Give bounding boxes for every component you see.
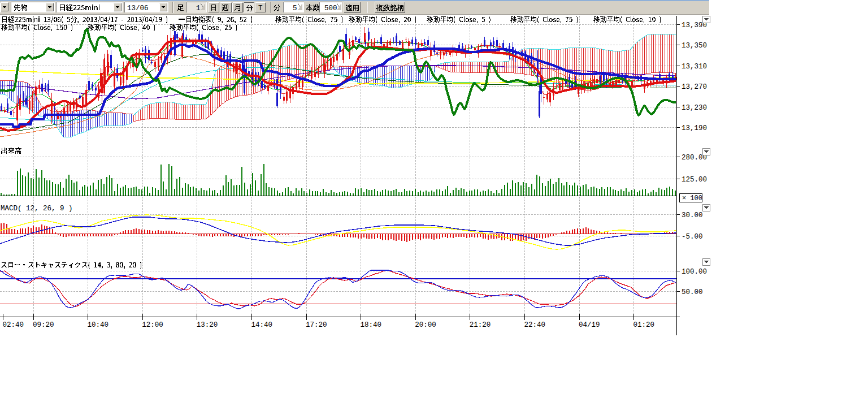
svg-text:13,310: 13,310 xyxy=(682,63,707,71)
svg-text:500: 500 xyxy=(324,5,337,12)
svg-text:13:20: 13:20 xyxy=(197,321,218,329)
svg-text:30.00: 30.00 xyxy=(682,211,703,219)
svg-text:21:20: 21:20 xyxy=(470,321,491,329)
svg-text:5: 5 xyxy=(293,5,297,12)
svg-text:100.00: 100.00 xyxy=(682,268,707,276)
svg-text:× 100: × 100 xyxy=(682,194,702,202)
svg-text:12:00: 12:00 xyxy=(142,321,163,329)
svg-text:13,230: 13,230 xyxy=(682,104,707,112)
svg-text:13/06: 13/06 xyxy=(127,5,149,12)
svg-text:01:20: 01:20 xyxy=(633,321,655,329)
svg-text:T: T xyxy=(258,5,263,12)
svg-text:50.00: 50.00 xyxy=(682,288,703,296)
svg-text:-5.00: -5.00 xyxy=(682,233,703,241)
svg-text:18:40: 18:40 xyxy=(361,321,382,329)
svg-text:17:20: 17:20 xyxy=(306,321,327,329)
svg-text:MACD( 12, 26, 9 ): MACD( 12, 26, 9 ) xyxy=(1,205,73,213)
svg-text:125.00: 125.00 xyxy=(682,176,707,184)
svg-text:14:40: 14:40 xyxy=(251,321,272,329)
svg-text:1: 1 xyxy=(196,5,201,12)
svg-text:20:00: 20:00 xyxy=(415,321,436,329)
svg-text:04/19: 04/19 xyxy=(579,321,600,329)
svg-text:22:40: 22:40 xyxy=(524,321,545,329)
svg-text:13,350: 13,350 xyxy=(682,42,707,50)
svg-text:13,190: 13,190 xyxy=(682,124,707,132)
svg-text:02:40: 02:40 xyxy=(3,321,24,329)
svg-text:10:40: 10:40 xyxy=(88,321,109,329)
svg-text:09:20: 09:20 xyxy=(33,321,54,329)
svg-text:13,270: 13,270 xyxy=(682,83,707,91)
